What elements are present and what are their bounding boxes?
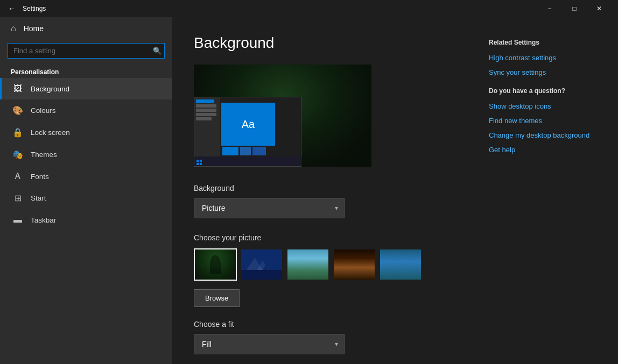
sidebar-item-label: Lock screen xyxy=(31,129,70,137)
sidebar-item-label: Taskbar xyxy=(31,216,56,224)
sidebar-item-label: Themes xyxy=(31,151,57,159)
preview-container: Aa xyxy=(194,65,371,167)
picture-thumb-5[interactable] xyxy=(379,248,422,281)
minimize-button[interactable]: − xyxy=(537,0,562,17)
do-you-have-question-title: Do you have a question? xyxy=(489,87,596,95)
fit-dropdown-wrapper: Fill Fit Stretch Tile Centre Span ▾ xyxy=(194,334,345,354)
content-main: Background Aa xyxy=(194,34,457,347)
get-help-link[interactable]: Get help xyxy=(489,146,596,154)
thumb-img-5 xyxy=(380,249,421,280)
preview-line xyxy=(196,117,212,120)
background-icon: 🖼 xyxy=(12,84,23,94)
start-sq xyxy=(196,163,199,166)
background-dropdown[interactable]: Picture Solid colour Slideshow xyxy=(194,198,345,218)
show-desktop-icons-link[interactable]: Show desktop icons xyxy=(489,102,596,110)
sidebar-item-label: Background xyxy=(31,85,69,93)
search-icon[interactable]: 🔍 xyxy=(153,47,161,55)
preview-taskbar xyxy=(194,156,302,166)
preview-theme-tile: Aa xyxy=(221,103,275,146)
sidebar-item-label: Colours xyxy=(31,106,56,115)
thumb-img-4 xyxy=(334,249,375,280)
fit-dropdown-container: Choose a fit Fill Fit Stretch Tile Centr… xyxy=(194,320,457,354)
start-icon: ⊞ xyxy=(12,193,23,203)
fit-dropdown[interactable]: Fill Fit Stretch Tile Centre Span xyxy=(194,334,345,354)
preview-start xyxy=(196,160,202,165)
page-title: Background xyxy=(194,34,457,52)
preview-line xyxy=(196,104,216,108)
titlebar: ← Settings − □ ✕ xyxy=(0,0,618,17)
colours-icon: 🎨 xyxy=(12,105,23,116)
change-desktop-background-link[interactable]: Change my desktop background xyxy=(489,131,596,139)
main-container: ⌂ Home 🔍 Personalisation 🖼 Background 🎨 … xyxy=(0,17,618,364)
app-title: Settings xyxy=(23,5,537,12)
pictures-grid xyxy=(194,248,457,281)
browse-button[interactable]: Browse xyxy=(194,289,240,307)
start-sq xyxy=(200,160,202,162)
picture-thumb-2[interactable] xyxy=(240,248,283,281)
preview-line xyxy=(196,109,216,112)
svg-rect-3 xyxy=(241,270,283,281)
themes-icon: 🎭 xyxy=(12,149,23,160)
close-button[interactable]: ✕ xyxy=(587,0,612,17)
lock-icon: 🔒 xyxy=(12,127,23,138)
fonts-icon: Ꭺ xyxy=(12,172,23,181)
preview-tile xyxy=(222,147,238,155)
picture-thumb-1[interactable] xyxy=(194,248,237,281)
fit-section-label: Choose a fit xyxy=(194,320,457,329)
start-sq xyxy=(200,163,202,166)
picture-thumb-4[interactable] xyxy=(333,248,376,281)
thumb-img-2 xyxy=(241,249,282,280)
related-settings-panel: Related Settings High contrast settings … xyxy=(489,34,596,347)
sync-settings-link[interactable]: Sync your settings xyxy=(489,68,596,76)
home-label: Home xyxy=(24,24,44,33)
window-controls: − □ ✕ xyxy=(537,0,612,17)
find-new-themes-link[interactable]: Find new themes xyxy=(489,117,596,125)
preview-line xyxy=(196,113,216,116)
sidebar-item-start[interactable]: ⊞ Start xyxy=(0,187,172,209)
sidebar-item-background[interactable]: 🖼 Background xyxy=(0,78,172,99)
sidebar-item-label: Start xyxy=(31,194,46,202)
search-area: 🔍 xyxy=(0,40,172,64)
back-button[interactable]: ← xyxy=(6,3,17,14)
background-dropdown-wrapper: Picture Solid colour Slideshow ▾ xyxy=(194,198,345,218)
preview-tile xyxy=(240,147,251,155)
search-input[interactable] xyxy=(8,43,165,59)
sidebar-item-fonts[interactable]: Ꭺ Fonts xyxy=(0,166,172,187)
background-dropdown-container: Background Picture Solid colour Slidesho… xyxy=(194,184,457,218)
preview-tiles-bottom xyxy=(221,146,301,156)
choose-picture-label: Choose your picture xyxy=(194,233,457,242)
related-settings-title: Related Settings xyxy=(489,39,596,46)
sidebar-item-themes[interactable]: 🎭 Themes xyxy=(0,144,172,166)
sidebar-home[interactable]: ⌂ Home xyxy=(0,17,172,40)
content-area: Background Aa xyxy=(172,17,618,364)
maximize-button[interactable]: □ xyxy=(562,0,587,17)
high-contrast-link[interactable]: High contrast settings xyxy=(489,54,596,62)
preview-line xyxy=(196,99,214,103)
background-section-label: Background xyxy=(194,184,457,192)
start-sq xyxy=(196,160,199,162)
taskbar-icon: ▬ xyxy=(12,215,23,225)
sidebar-item-lock-screen[interactable]: 🔒 Lock screen xyxy=(0,122,172,144)
sidebar-item-colours[interactable]: 🎨 Colours xyxy=(0,99,172,122)
preview-tile xyxy=(252,147,266,155)
sidebar-section-label: Personalisation xyxy=(0,64,172,78)
home-icon: ⌂ xyxy=(11,24,16,33)
preview-sidebar xyxy=(194,97,220,156)
picture-thumb-3[interactable] xyxy=(286,248,329,281)
thumb-img-3 xyxy=(287,249,328,280)
preview-window: Aa xyxy=(194,97,301,167)
sidebar: ⌂ Home 🔍 Personalisation 🖼 Background 🎨 … xyxy=(0,17,172,364)
thumb-img-1 xyxy=(195,249,236,280)
sidebar-item-label: Fonts xyxy=(31,173,49,181)
sidebar-item-taskbar[interactable]: ▬ Taskbar xyxy=(0,209,172,231)
